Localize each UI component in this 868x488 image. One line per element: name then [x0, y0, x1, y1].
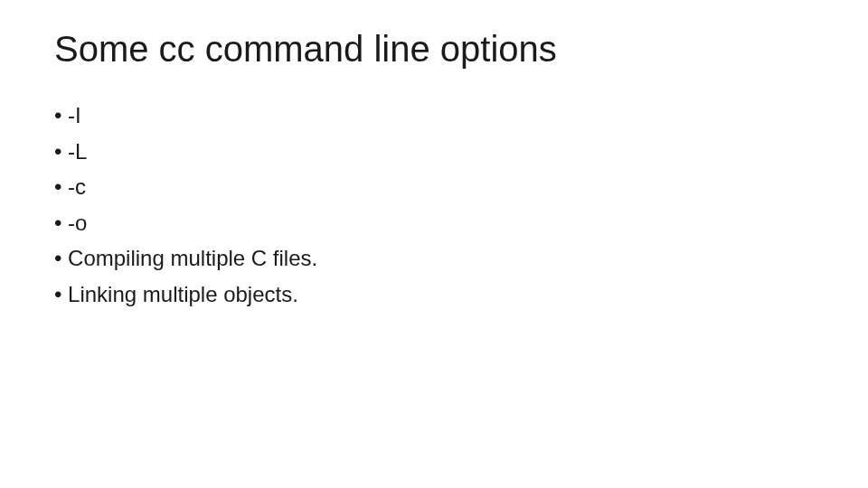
list-item: -I: [54, 98, 814, 134]
list-item: Compiling multiple C files.: [54, 240, 814, 277]
slide: Some cc command line options -I -L -c -o…: [0, 0, 868, 488]
list-item: -o: [54, 205, 814, 241]
list-item: Linking multiple objects.: [54, 277, 814, 313]
slide-title: Some cc command line options: [54, 27, 814, 70]
bullet-list: -I -L -c -o Compiling multiple C files. …: [54, 98, 814, 313]
list-item: -L: [54, 134, 814, 170]
list-item: -c: [54, 169, 814, 205]
